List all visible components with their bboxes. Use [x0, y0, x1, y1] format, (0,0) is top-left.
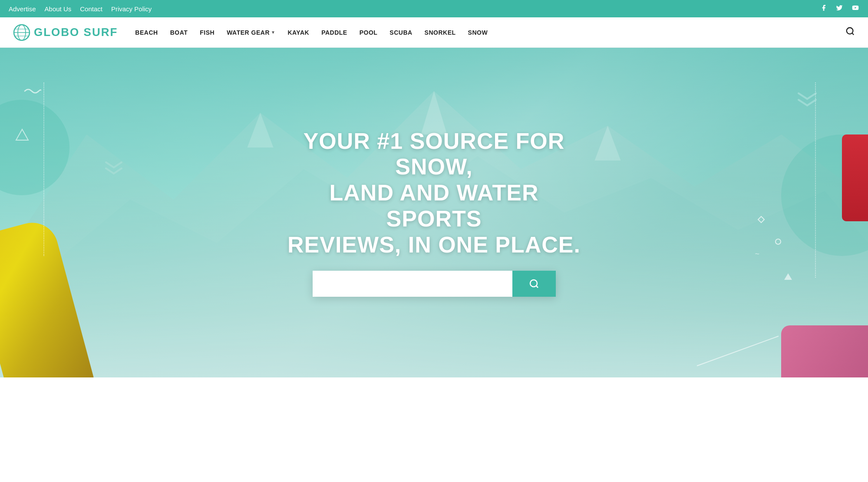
svg-point-6: [847, 28, 853, 34]
svg-line-7: [852, 33, 854, 35]
privacy-policy-link[interactable]: Privacy Policy: [111, 5, 152, 13]
nav-snow[interactable]: SNOW: [468, 29, 488, 36]
red-paddle-right: [842, 134, 868, 221]
hero-headline: YOUR #1 SOURCE FOR SNOW, LAND AND WATER …: [282, 128, 586, 258]
hero-search-input[interactable]: [313, 271, 512, 297]
about-us-link[interactable]: About Us: [45, 5, 72, 13]
search-icon: [529, 279, 539, 289]
top-bar-links: Advertise About Us Contact Privacy Polic…: [9, 5, 152, 13]
nav-search-icon[interactable]: [845, 26, 855, 38]
svg-point-15: [530, 280, 537, 287]
twitter-icon[interactable]: [836, 4, 843, 13]
nav-snorkel[interactable]: SNORKEL: [425, 29, 456, 36]
wave-deco-left: [24, 87, 41, 97]
facebook-icon[interactable]: [820, 4, 827, 13]
contact-link[interactable]: Contact: [80, 5, 102, 13]
nav-fish[interactable]: FISH: [200, 29, 215, 36]
hero-content: YOUR #1 SOURCE FOR SNOW, LAND AND WATER …: [282, 128, 586, 297]
triangle-deco-bottom-right: [784, 273, 792, 280]
logo-globe-icon: [13, 24, 30, 41]
svg-line-16: [536, 286, 538, 288]
hero-search-bar: [313, 271, 556, 297]
youtube-icon[interactable]: [851, 4, 859, 13]
nav-pool[interactable]: POOL: [360, 29, 378, 36]
chevron-deco-right: [796, 91, 818, 110]
water-gear-dropdown-arrow: ▼: [271, 30, 275, 35]
svg-marker-14: [16, 129, 28, 140]
logo-text: GLOBO SURF: [34, 26, 118, 39]
nav-water-gear[interactable]: WATER GEAR ▼: [227, 29, 275, 36]
nav-paddle[interactable]: PADDLE: [321, 29, 347, 36]
triangle-deco-left: [15, 128, 29, 144]
nav-kayak[interactable]: KAYAK: [287, 29, 309, 36]
logo[interactable]: GLOBO SURF: [13, 24, 118, 41]
nav-links: BEACH BOAT FISH WATER GEAR ▼ KAYAK PADDL…: [135, 26, 855, 38]
hero-search-button[interactable]: [512, 271, 556, 297]
wave-deco-right: ~: [755, 249, 759, 259]
circle-outline-deco-right: [775, 239, 781, 245]
top-bar: Advertise About Us Contact Privacy Polic…: [0, 0, 868, 17]
dotted-line-right: [815, 82, 816, 278]
nav-scuba[interactable]: SCUBA: [389, 29, 412, 36]
chevron-deco-left: [104, 161, 124, 177]
advertise-link[interactable]: Advertise: [9, 5, 36, 13]
main-navigation: GLOBO SURF BEACH BOAT FISH WATER GEAR ▼ …: [0, 17, 868, 48]
hero-section: ~ YOUR #1 SOURCE FOR SNOW, LAND AND WATE…: [0, 48, 868, 377]
pink-element-right: [781, 325, 868, 377]
top-bar-social: [820, 4, 859, 13]
nav-boat[interactable]: BOAT: [170, 29, 188, 36]
dotted-line-left: [43, 82, 44, 256]
nav-beach[interactable]: BEACH: [135, 29, 158, 36]
